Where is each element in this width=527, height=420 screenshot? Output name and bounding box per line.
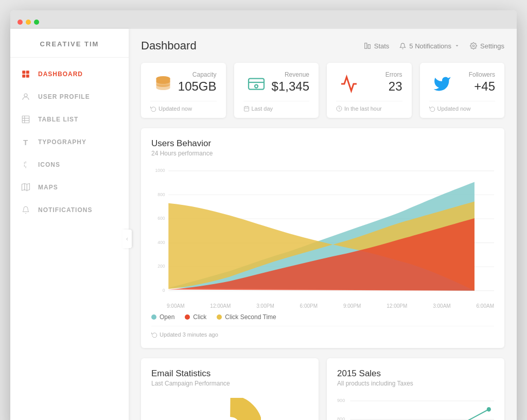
svg-rect-0: [22, 71, 25, 74]
sidebar-item-table-list[interactable]: Table List: [10, 108, 129, 131]
bottom-cards: Email Statistics Last Campaign Performan…: [141, 358, 504, 420]
person-icon: [21, 92, 31, 102]
sales-title: 2015 Sales: [337, 369, 494, 379]
stat-card-revenue: Revenue $1,345 Last day: [234, 63, 319, 118]
svg-rect-5: [22, 116, 29, 123]
svg-point-17: [472, 45, 475, 47]
errors-icon: [336, 71, 362, 97]
errors-info: Errors 23: [385, 71, 402, 94]
app-container: CREATIVE TIM Dashboard: [10, 29, 517, 420]
email-stats-title: Email Statistics: [151, 369, 308, 379]
legend-click: Click: [185, 313, 206, 321]
dashboard-icon: [21, 69, 31, 79]
legend-click-second-dot: [217, 314, 222, 320]
sidebar-item-maps[interactable]: Maps: [10, 176, 129, 199]
svg-text:800: 800: [337, 416, 345, 420]
sales-subtitle: All products including Taxes: [337, 380, 494, 387]
svg-text:600: 600: [157, 216, 165, 221]
notification-bell-icon: [399, 43, 406, 49]
sidebar-nav: Dashboard User Profile: [10, 58, 129, 420]
settings-button[interactable]: Settings: [470, 42, 504, 50]
header-actions: Stats 5 Notifications: [364, 42, 504, 50]
chevron-down-icon: [454, 43, 460, 48]
svg-text:400: 400: [157, 239, 165, 245]
svg-point-4: [24, 94, 27, 97]
stat-card-errors: Errors 23 In the last hour: [327, 63, 412, 118]
x-axis-labels: 9:00AM 12:00AM 3:00PM 6:00PM 9:00PM 12:0…: [151, 301, 494, 309]
page-header: Dashboard Stats 5 Notifications: [141, 39, 504, 52]
close-dot[interactable]: [17, 20, 23, 25]
stats-icon: [364, 42, 371, 49]
svg-text:800: 800: [157, 191, 165, 197]
svg-text:900: 900: [337, 397, 345, 403]
followers-info: Followers +45: [469, 71, 495, 94]
chart-title: Users Behavior: [151, 138, 494, 149]
svg-text:200: 200: [157, 264, 165, 269]
sales-chart-area: 900 800: [337, 395, 494, 420]
browser-window: CREATIVE TIM Dashboard: [10, 10, 517, 420]
legend-click-dot: [185, 314, 190, 320]
capacity-footer: Updated now: [150, 101, 217, 112]
svg-rect-15: [364, 43, 366, 49]
icons-icon: [21, 160, 31, 170]
legend-click-second: Click Second Time: [217, 313, 276, 321]
chart-footer: Updated 3 minutes ago: [151, 326, 494, 338]
sidebar-item-typography[interactable]: T Typography: [10, 131, 129, 153]
revenue-footer: Last day: [243, 101, 310, 112]
followers-footer: Updated now: [429, 101, 496, 112]
svg-rect-1: [26, 71, 29, 74]
pie-chart-area: [151, 395, 308, 420]
settings-gear-icon: [470, 42, 477, 49]
bell-icon: [21, 205, 31, 215]
email-statistics-card: Email Statistics Last Campaign Performan…: [141, 358, 319, 420]
capacity-icon: [150, 71, 176, 97]
pie-chart-svg: [199, 398, 261, 420]
main-content: Dashboard Stats 5 Notifications: [129, 29, 517, 420]
table-icon: [21, 114, 31, 125]
minimize-dot[interactable]: [26, 20, 31, 25]
stat-card-followers: Followers +45 Updated now: [420, 63, 505, 118]
sidebar-item-user-profile[interactable]: User Profile: [10, 85, 129, 108]
email-stats-subtitle: Last Campaign Performance: [151, 380, 308, 387]
browser-chrome: [10, 10, 517, 29]
svg-rect-3: [26, 75, 29, 78]
legend-open-dot: [151, 314, 156, 320]
chart-area: 1000 800 600 400 200 0: [151, 165, 494, 299]
maps-icon: [21, 182, 31, 192]
svg-text:0: 0: [163, 287, 165, 293]
revenue-icon: [243, 71, 269, 97]
svg-rect-16: [368, 45, 370, 49]
capacity-info: Capacity 105GB: [178, 71, 217, 94]
chart-subtitle: 24 Hours performance: [151, 150, 494, 157]
stats-button[interactable]: Stats: [364, 42, 390, 50]
area-chart-svg: 1000 800 600 400 200 0: [151, 165, 494, 299]
legend-open: Open: [151, 313, 174, 321]
sidebar: CREATIVE TIM Dashboard: [10, 29, 129, 420]
sidebar-item-icons[interactable]: Icons: [10, 153, 129, 176]
svg-point-46: [487, 407, 491, 412]
page-title: Dashboard: [141, 39, 197, 52]
sidebar-toggle[interactable]: ‹: [122, 230, 132, 248]
maximize-dot[interactable]: [34, 20, 39, 25]
sales-2015-card: 2015 Sales All products including Taxes …: [327, 358, 504, 420]
sidebar-item-notifications[interactable]: Notifications: [10, 199, 129, 221]
svg-text:1000: 1000: [155, 167, 165, 173]
users-behavior-chart-card: Users Behavior 24 Hours performance 1000…: [141, 128, 504, 348]
stat-cards-container: Capacity 105GB Updated now: [141, 63, 504, 118]
svg-rect-21: [244, 107, 249, 111]
errors-footer: In the last hour: [336, 101, 402, 112]
svg-rect-2: [22, 75, 25, 78]
stat-card-capacity: Capacity 105GB Updated now: [141, 63, 226, 118]
followers-icon: [429, 71, 455, 97]
sales-chart-svg: 900 800: [337, 395, 494, 420]
notifications-button[interactable]: 5 Notifications: [399, 42, 460, 50]
sidebar-item-dashboard[interactable]: Dashboard: [10, 63, 129, 85]
typography-icon: T: [21, 137, 31, 147]
svg-point-20: [255, 85, 258, 88]
brand-logo: CREATIVE TIM: [10, 29, 129, 58]
revenue-info: Revenue $1,345: [272, 71, 309, 94]
